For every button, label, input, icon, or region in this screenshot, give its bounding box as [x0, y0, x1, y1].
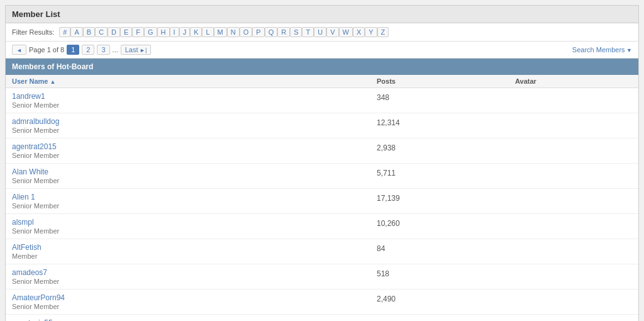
member-posts: 2,938 [377, 142, 515, 152]
member-posts: 2,490 [377, 293, 515, 303]
member-role: Member [12, 252, 377, 260]
search-members-link[interactable]: Search Members [572, 46, 632, 54]
letter-filter-group: #ABCDEFGHIJKLMNOPQRSTUVWXYZ [59, 27, 389, 37]
member-role: Senior Member [12, 177, 377, 184]
member-name-col: 1andrew1 Senior Member [12, 92, 377, 109]
member-posts: 10,260 [377, 218, 515, 228]
letter-btn-Y[interactable]: Y [365, 27, 377, 37]
member-name-col: amadeos7 Senior Member [12, 268, 377, 285]
table-row: anastasia55 Senior Member 4,587 [6, 315, 638, 321]
letter-btn-T[interactable]: T [302, 27, 314, 37]
prev-page-button[interactable] [12, 45, 26, 55]
member-role: Senior Member [12, 127, 377, 134]
member-role: Senior Member [12, 227, 377, 235]
member-role: Senior Member [12, 278, 377, 285]
member-name-link[interactable]: amadeos7 [12, 268, 377, 277]
letter-btn-C[interactable]: C [95, 27, 108, 37]
letter-btn-U[interactable]: U [314, 27, 326, 37]
letter-btn-H[interactable]: H [157, 27, 170, 37]
letter-btn-B[interactable]: B [83, 27, 95, 37]
letter-btn-G[interactable]: G [144, 27, 157, 37]
section-header: Members of Hot-Board [6, 59, 638, 75]
username-col-header[interactable]: User Name ▲ [12, 77, 377, 85]
table-header: User Name ▲ Posts Avatar [6, 75, 638, 88]
letter-btn-Z[interactable]: Z [377, 27, 389, 37]
letter-btn-V[interactable]: V [326, 27, 338, 37]
letter-btn-K[interactable]: K [190, 27, 202, 37]
letter-btn-D[interactable]: D [108, 27, 120, 37]
member-name-link[interactable]: admralbulldog [12, 117, 377, 126]
member-name-link[interactable]: AltFetish [12, 243, 377, 252]
page-1-button[interactable]: 1 [67, 45, 79, 55]
member-name-link[interactable]: AmateurPorn94 [12, 293, 377, 302]
member-name-col: agentrat2015 Senior Member [12, 142, 377, 159]
table-row: 1andrew1 Senior Member 348 [6, 88, 638, 113]
letter-btn-O[interactable]: O [240, 27, 253, 37]
table-row: Alan White Senior Member 5,711 [6, 164, 638, 189]
table-row: AmateurPorn94 Senior Member 2,490 [6, 290, 638, 315]
letter-btn-W[interactable]: W [339, 27, 353, 37]
letter-btn-F[interactable]: F [132, 27, 144, 37]
table-row: AltFetish Member 84 [6, 239, 638, 264]
member-posts: 5,711 [377, 167, 515, 177]
member-name-link[interactable]: Alien 1 [12, 193, 377, 201]
member-name-link[interactable]: anastasia55 [12, 318, 377, 321]
member-name-col: AltFetish Member [12, 243, 377, 260]
avatar-col-header: Avatar [515, 77, 632, 85]
ellipsis: ... [113, 46, 118, 54]
page-info: Page 1 of 8 [29, 46, 64, 54]
member-name-col: Alien 1 Senior Member [12, 193, 377, 210]
letter-btn-X[interactable]: X [353, 27, 365, 37]
member-role: Senior Member [12, 152, 377, 159]
member-role: Senior Member [12, 202, 377, 210]
letter-btn-R[interactable]: R [277, 27, 290, 37]
member-name-col: anastasia55 Senior Member [12, 318, 377, 321]
table-row: agentrat2015 Senior Member 2,938 [6, 138, 638, 164]
table-row: Alien 1 Senior Member 17,139 [6, 189, 638, 214]
member-name-col: AmateurPorn94 Senior Member [12, 293, 377, 310]
letter-btn-A[interactable]: A [70, 27, 82, 37]
member-name-col: admralbulldog Senior Member [12, 117, 377, 134]
letter-btn-J[interactable]: J [179, 27, 191, 37]
member-list: 1andrew1 Senior Member 348 admralbulldog… [6, 88, 638, 321]
member-posts: 4,587 [377, 318, 515, 321]
member-posts: 84 [377, 243, 515, 253]
member-name-link[interactable]: 1andrew1 [12, 92, 377, 101]
page-title: Member List [6, 6, 638, 23]
letter-btn-L[interactable]: L [202, 27, 213, 37]
letter-btn-E[interactable]: E [120, 27, 132, 37]
letter-btn-P[interactable]: P [252, 27, 264, 37]
letter-btn-#[interactable]: # [59, 27, 70, 37]
letter-btn-S[interactable]: S [290, 27, 302, 37]
table-row: amadeos7 Senior Member 518 [6, 264, 638, 290]
member-posts: 17,139 [377, 193, 515, 203]
member-name-col: alsmpl Senior Member [12, 218, 377, 235]
letter-btn-I[interactable]: I [170, 27, 179, 37]
filter-label: Filter Results: [12, 28, 54, 36]
pagination-left: Page 1 of 8 1 2 3 ... Last [12, 45, 151, 55]
filter-bar: Filter Results: #ABCDEFGHIJKLMNOPQRSTUVW… [6, 23, 638, 42]
member-name-col: Alan White Senior Member [12, 167, 377, 184]
member-role: Senior Member [12, 303, 377, 310]
member-name-link[interactable]: Alan White [12, 167, 377, 176]
member-list-page: Member List Filter Results: #ABCDEFGHIJK… [5, 5, 639, 321]
posts-col-header: Posts [377, 77, 515, 85]
last-page-button[interactable]: Last [121, 45, 152, 55]
sort-arrow-icon: ▲ [50, 79, 56, 85]
member-posts: 348 [377, 92, 515, 102]
table-row: admralbulldog Senior Member 12,314 [6, 113, 638, 138]
page-2-button[interactable]: 2 [82, 45, 94, 55]
member-name-link[interactable]: alsmpl [12, 218, 377, 227]
member-posts: 518 [377, 268, 515, 278]
table-row: alsmpl Senior Member 10,260 [6, 214, 638, 239]
pagination-bar: Page 1 of 8 1 2 3 ... Last Search Member… [6, 42, 638, 59]
letter-btn-Q[interactable]: Q [265, 27, 278, 37]
letter-btn-M[interactable]: M [214, 27, 227, 37]
page-3-button[interactable]: 3 [97, 45, 109, 55]
letter-btn-N[interactable]: N [227, 27, 240, 37]
member-name-link[interactable]: agentrat2015 [12, 142, 377, 151]
member-role: Senior Member [12, 101, 377, 109]
member-posts: 12,314 [377, 117, 515, 127]
